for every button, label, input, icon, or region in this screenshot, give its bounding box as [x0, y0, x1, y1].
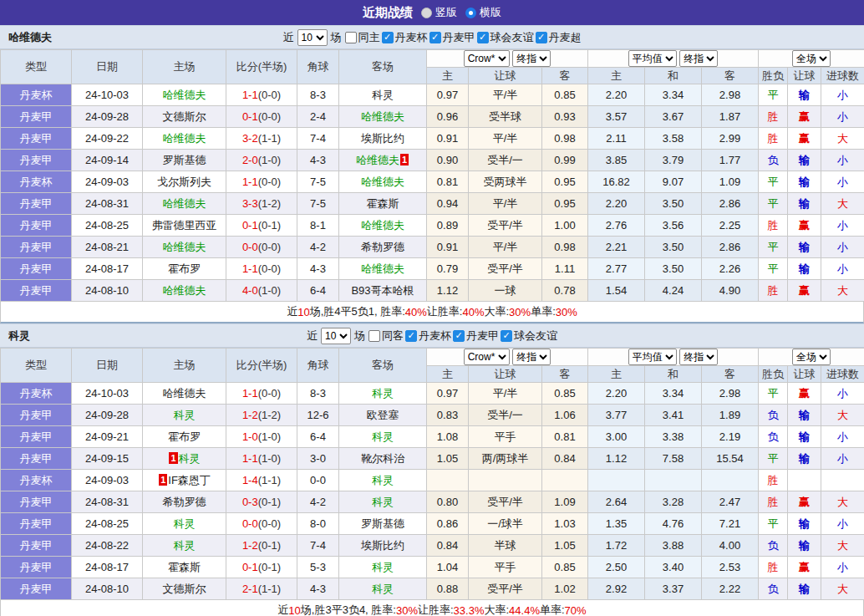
filter-checkbox[interactable]: ✓球会友谊	[501, 328, 557, 344]
near-label: 近	[307, 328, 318, 344]
league-checkboxes-2: 同客✓丹麦杯✓丹麦甲✓球会友谊	[368, 328, 557, 344]
home-team-cell: 哈维德夫	[143, 128, 226, 150]
scope-select[interactable]: 全场	[792, 349, 831, 365]
summary-segment: 30%	[396, 604, 418, 616]
checkbox-label: 丹麦杯	[419, 328, 451, 344]
checkbox-checked-icon[interactable]: ✓	[477, 32, 489, 43]
checkbox-checked-icon[interactable]: ✓	[429, 32, 441, 43]
col-avg-away: 客	[702, 366, 759, 383]
handicap-line-cell: 受平/半	[469, 258, 542, 280]
filter-checkbox[interactable]: ✓丹麦杯	[405, 328, 451, 344]
col-handicap-result: 让球	[788, 366, 821, 383]
filter-checkbox[interactable]: 同主	[345, 30, 380, 45]
team-name-1: 哈维德夫	[8, 30, 52, 45]
layout-radio-horizontal[interactable]: 横版	[465, 5, 501, 20]
odds-away-cell: 0.95	[542, 171, 588, 193]
checkbox-checked-icon[interactable]: ✓	[536, 32, 547, 43]
filter-checkbox[interactable]: ✓球会友谊	[477, 30, 534, 45]
halftime-score: (1-1)	[258, 132, 281, 145]
score-cell: 1-2(0-1)	[226, 535, 297, 557]
result-cell: 平	[759, 171, 788, 193]
checkbox-checked-icon[interactable]: ✓	[405, 330, 417, 342]
team-label: 哈维德夫	[361, 219, 404, 232]
checkbox-unchecked-icon[interactable]	[345, 32, 357, 43]
score-cell: 0-1(0-1)	[226, 557, 297, 578]
games-count-select[interactable]: 10	[297, 29, 328, 46]
team-label: 科灵	[372, 387, 394, 400]
radio-vertical-label: 竖版	[435, 5, 457, 20]
halftime-score: (0-0)	[258, 176, 281, 188]
avg-draw-cell: 3.34	[645, 383, 702, 405]
scope-select[interactable]: 全场	[792, 50, 831, 67]
date-cell: 24-09-22	[72, 128, 143, 150]
radio-on-icon[interactable]	[465, 8, 476, 18]
home-team-cell: 霍森斯	[143, 557, 226, 578]
team-label: 哈维德夫	[361, 110, 404, 123]
score-cell: 1-1(0-0)	[226, 171, 297, 193]
league-cell: 丹麦甲	[1, 215, 72, 237]
away-team-cell: 霍森斯	[339, 193, 427, 215]
avg-home-cell: 2.11	[588, 128, 645, 150]
layout-radio-vertical[interactable]: 竖版	[421, 5, 457, 20]
away-team-cell: 埃斯比约	[339, 535, 427, 557]
league-cell: 丹麦甲	[1, 106, 72, 128]
filter-checkbox[interactable]: ✓丹麦甲	[453, 328, 499, 344]
checkbox-checked-icon[interactable]: ✓	[382, 32, 394, 43]
filter-checkbox[interactable]: ✓丹麦杯	[382, 30, 428, 45]
handicap-result-cell: 赢	[788, 557, 821, 578]
match-row: 丹麦甲24-09-151科灵1-1(1-0)3-0靴尔科治1.05两/两球半0.…	[1, 448, 864, 470]
filter-checkbox[interactable]: ✓丹麦超	[536, 30, 582, 45]
league-cell: 丹麦甲	[1, 491, 72, 513]
odds-away-cell: 1.00	[542, 215, 588, 237]
checkbox-unchecked-icon[interactable]	[368, 330, 380, 342]
filter-checkbox[interactable]: ✓丹麦甲	[429, 30, 475, 45]
summary-segment: 场,胜3平3负4, 胜率:	[301, 603, 396, 616]
halftime-score: (0-0)	[258, 241, 281, 253]
avg-stage-select[interactable]: 终指	[679, 349, 718, 365]
date-cell: 24-09-14	[72, 150, 143, 171]
team-label: 弗雷德里西亚	[152, 219, 217, 232]
radio-off-icon[interactable]	[421, 8, 432, 18]
result-cell: 负	[759, 150, 788, 171]
odds-stage-select[interactable]: 终指	[512, 50, 551, 67]
odds-company-select[interactable]: Crow*	[464, 50, 510, 67]
checkbox-checked-icon[interactable]: ✓	[501, 330, 512, 342]
odds-home-cell: 0.86	[427, 513, 469, 535]
corner-cell: 4-3	[297, 258, 339, 280]
date-cell: 24-09-21	[72, 426, 143, 448]
games-count-select[interactable]: 10	[321, 328, 351, 344]
avg-select[interactable]: 平均值	[628, 349, 677, 365]
home-team-cell: 哈维德夫	[143, 237, 226, 258]
filter-checkbox[interactable]: 同客	[368, 328, 404, 344]
avg-stage-select[interactable]: 终指	[679, 50, 718, 67]
handicap-result-cell: 输	[788, 150, 821, 171]
league-cell: 丹麦杯	[1, 383, 72, 405]
avg-select[interactable]: 平均值	[628, 50, 677, 67]
handicap-result-cell: 输	[788, 193, 821, 215]
record-summary-1: 近10场,胜4平5负1, 胜率:40% 让胜率:40% 大率:30% 单率:30…	[0, 302, 864, 323]
recent-results-table-2: 类型 日期 主场 比分(半场) 角球 客场 Crow* 终指 平均值 终指 全场…	[0, 348, 864, 600]
handicap-line-cell: 受半/一	[469, 405, 542, 426]
odds-stage-select[interactable]: 终指	[512, 349, 551, 365]
match-row: 丹麦甲24-08-31希勒罗德0-3(0-1)4-2科灵0.80受平/半1.09…	[1, 491, 864, 513]
league-cell: 丹麦甲	[1, 557, 72, 578]
summary-segment: 30%	[556, 306, 577, 318]
score-cell: 3-2(1-1)	[226, 128, 297, 150]
corner-cell: 3-0	[297, 448, 339, 470]
checkbox-checked-icon[interactable]: ✓	[453, 330, 465, 342]
home-team-cell: 哈维德夫	[143, 383, 226, 405]
avg-draw-cell: 3.38	[645, 426, 702, 448]
col-goals-result: 进球数	[821, 366, 864, 383]
team-label: 科灵	[179, 452, 201, 465]
league-cell: 丹麦甲	[1, 426, 72, 448]
team-label: B93哥本哈根	[351, 284, 414, 297]
handicap-line-cell: 受半/一	[469, 150, 542, 171]
league-cell: 丹麦甲	[1, 280, 72, 302]
odds-company-select[interactable]: Crow*	[464, 349, 510, 365]
fulltime-score: 1-1	[242, 176, 258, 188]
team-section-header-2: 科灵 近 10 场 同客✓丹麦杯✓丹麦甲✓球会友谊	[0, 323, 864, 348]
date-cell: 24-08-17	[72, 258, 143, 280]
team-label: 文德斯尔	[163, 110, 206, 123]
col-avg-away: 客	[702, 68, 759, 84]
handicap-result-cell: 输	[788, 171, 821, 193]
